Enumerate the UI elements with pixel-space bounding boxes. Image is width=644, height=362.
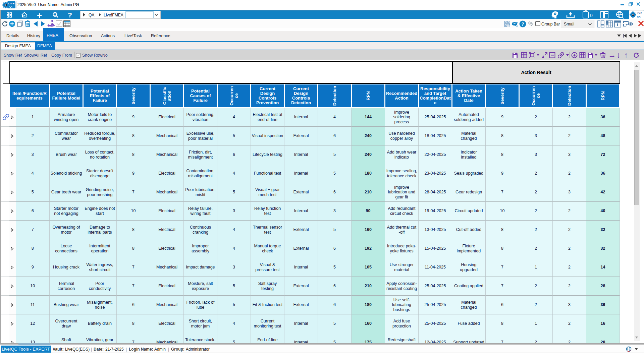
svg-text:LIVE: LIVE	[636, 12, 643, 15]
svg-text:?: ?	[521, 21, 524, 27]
svg-text:QC: QC	[637, 15, 641, 18]
svg-text:QC: QC	[9, 5, 13, 8]
svg-text:LIVE: LIVE	[8, 2, 15, 5]
